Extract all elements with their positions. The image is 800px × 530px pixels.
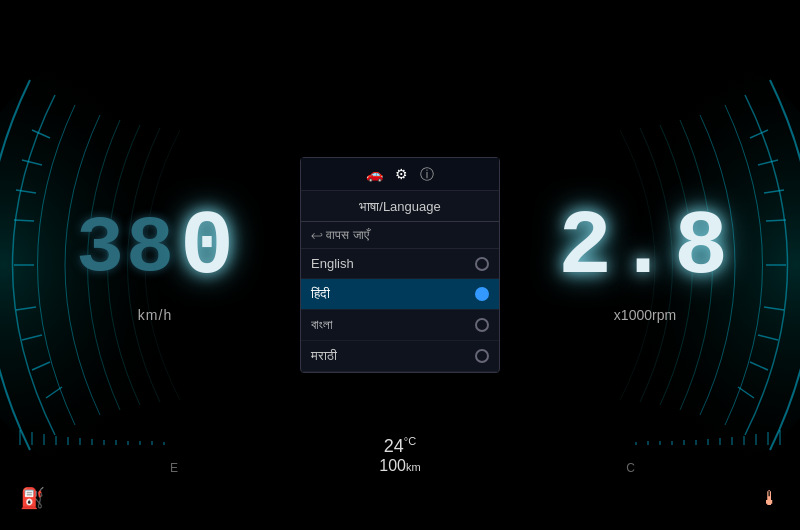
temp-c-label: C [626, 461, 635, 475]
info-icon[interactable]: ⓘ [420, 166, 434, 184]
speed-bright-digit: 0 [180, 197, 234, 299]
temp-value: 24 [384, 436, 404, 456]
rpm-display: 2.8 [558, 197, 732, 299]
language-item-marathi[interactable]: मराठी [301, 341, 499, 372]
car-icon[interactable]: 🚗 [366, 166, 383, 184]
language-item-english[interactable]: English [301, 249, 499, 279]
language-modal: 🚗 ⚙ ⓘ भाषा/Language ↩ वापस जाएँ English … [300, 157, 500, 373]
fuel-e-label: E [170, 461, 178, 475]
language-label-bengali: বাংলা [311, 317, 333, 333]
rpm-panel: 2.8 x1000rpm [490, 60, 800, 460]
temp-unit: °C [404, 435, 416, 447]
rpm-unit: x1000rpm [614, 307, 676, 323]
fuel-icon: ⛽ [20, 486, 45, 510]
language-item-hindi[interactable]: हिंदी [301, 279, 499, 310]
temperature-display: 24°C [379, 435, 420, 457]
distance-unit: km [406, 461, 421, 473]
modal-back-button[interactable]: ↩ वापस जाएँ [301, 222, 499, 249]
language-list: English हिंदी বাংলা मराठी [301, 249, 499, 372]
distance-display: 100km [379, 457, 420, 475]
settings-icon[interactable]: ⚙ [395, 166, 408, 184]
modal-icon-bar: 🚗 ⚙ ⓘ [301, 158, 499, 191]
speed-display: 38 0 [76, 197, 234, 299]
radio-hindi [475, 287, 489, 301]
speed-unit: km/h [138, 307, 172, 323]
speed-panel: 38 0 km/h [0, 60, 310, 460]
bottom-info: 24°C 100km [379, 435, 420, 475]
radio-bengali [475, 318, 489, 332]
language-label-hindi: हिंदी [311, 286, 330, 302]
language-label-english: English [311, 256, 354, 271]
language-item-bengali[interactable]: বাংলা [301, 310, 499, 341]
back-label: ↩ वापस जाएँ [311, 228, 369, 242]
distance-value: 100 [379, 457, 406, 474]
language-label-marathi: मराठी [311, 348, 337, 364]
speed-dim-digits: 38 [76, 203, 176, 294]
radio-marathi [475, 349, 489, 363]
radio-english [475, 257, 489, 271]
modal-title: भाषा/Language [301, 191, 499, 222]
temperature-icon: 🌡 [760, 487, 780, 510]
